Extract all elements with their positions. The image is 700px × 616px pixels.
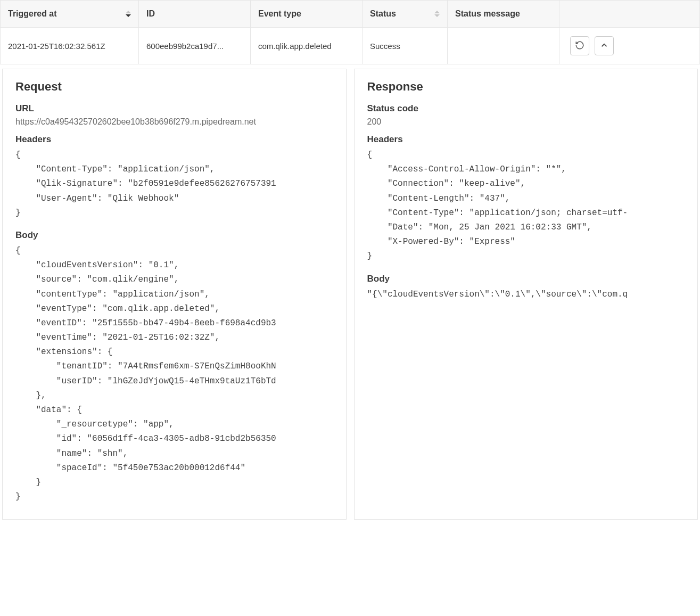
col-label: Event type — [258, 9, 301, 18]
body-label: Body — [15, 230, 333, 241]
cell-triggered-at: 2021-01-25T16:02:32.561Z — [1, 28, 139, 64]
cell-status-message — [448, 28, 559, 64]
col-event-type[interactable]: Event type — [251, 1, 363, 28]
col-label: Triggered at — [8, 9, 57, 18]
resp-body-label: Body — [367, 274, 685, 284]
col-label: Status message — [455, 9, 520, 18]
cell-event-type: com.qlik.app.deleted — [251, 28, 363, 64]
url-label: URL — [15, 103, 333, 114]
request-title: Request — [15, 80, 333, 94]
events-table: Triggered at ID Event type Status Status… — [0, 0, 700, 64]
chevron-up-icon — [599, 40, 609, 52]
response-panel: Response Status code 200 Headers { "Acce… — [354, 69, 698, 520]
response-body-code[interactable]: "{\"cloudEventsVersion\":\"0.1\",\"sourc… — [367, 288, 685, 304]
col-id[interactable]: ID — [139, 1, 251, 28]
headers-label: Headers — [15, 134, 333, 145]
resp-headers-label: Headers — [367, 134, 685, 145]
refresh-icon — [575, 40, 584, 52]
details-panels: Request URL https://c0a4954325702602bee1… — [0, 64, 700, 527]
cell-actions — [559, 28, 700, 64]
sort-icon[interactable] — [434, 11, 440, 17]
col-status-message[interactable]: Status message — [448, 1, 559, 28]
status-code-label: Status code — [367, 103, 685, 114]
request-headers-code[interactable]: { "Content-Type": "application/json", "Q… — [15, 148, 333, 223]
sort-icon[interactable] — [126, 11, 131, 17]
col-label: ID — [146, 9, 155, 18]
table-row[interactable]: 2021-01-25T16:02:32.561Z 600eeb99b2ca19d… — [1, 28, 700, 64]
response-title: Response — [367, 80, 685, 94]
status-code-value: 200 — [367, 117, 685, 127]
collapse-button[interactable] — [595, 36, 614, 55]
col-triggered-at[interactable]: Triggered at — [1, 1, 139, 28]
col-status[interactable]: Status — [363, 1, 448, 28]
retry-button[interactable] — [570, 36, 589, 55]
col-actions — [559, 1, 700, 28]
table-header-row: Triggered at ID Event type Status Status… — [1, 1, 700, 28]
request-body-code[interactable]: { "cloudEventsVersion": "0.1", "source":… — [15, 244, 333, 506]
request-panel: Request URL https://c0a4954325702602bee1… — [2, 69, 347, 520]
response-headers-code[interactable]: { "Access-Control-Allow-Origin": "*", "C… — [367, 148, 685, 266]
cell-status: Success — [363, 28, 448, 64]
url-value: https://c0a4954325702602bee10b38b696f279… — [15, 117, 333, 127]
col-label: Status — [370, 9, 396, 18]
cell-id: 600eeb99b2ca19d7... — [139, 28, 251, 64]
